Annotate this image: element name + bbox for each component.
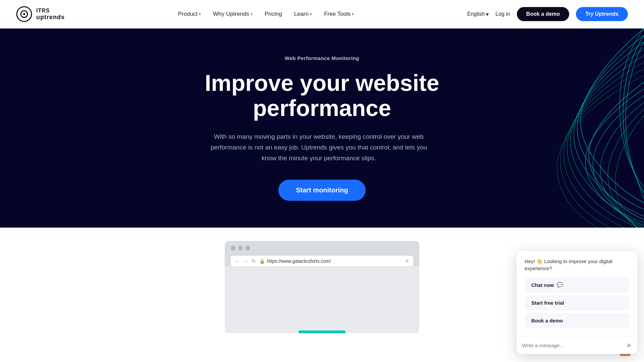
nav-product[interactable]: Product ▾ [178, 11, 201, 17]
nav-why-uptrends[interactable]: Why Uptrends ▾ [213, 11, 253, 17]
chevron-down-icon: ▾ [352, 12, 354, 16]
chat-widget: Hey! 👋 Looking to improve your digital e… [517, 251, 637, 354]
hero-label: Web Performance Monitoring [205, 55, 439, 61]
lock-icon: 🔒 [259, 258, 265, 264]
nav-right: English ▾ Log in Book a demo Try Uptrend… [467, 7, 628, 21]
navbar: ITRS uptrends Product ▾ Why Uptrends ▾ P… [0, 0, 644, 28]
logo-bottom: uptrends [36, 14, 65, 21]
chevron-down-icon: ▾ [251, 12, 253, 16]
browser-dot-1 [231, 246, 235, 250]
chat-message-input[interactable] [522, 343, 623, 348]
browser-back-icon[interactable]: ← [235, 258, 240, 264]
book-demo-chat-button[interactable]: Book a demo [525, 313, 629, 328]
hero-title: Improve your website performance [205, 70, 439, 121]
hero-description: With so many moving parts in your websit… [205, 131, 433, 164]
login-link[interactable]: Log in [495, 11, 510, 17]
browser-chrome: ← → ↻ 🔒 https://www.galacticshirts.com/ … [225, 241, 419, 266]
start-monitoring-button[interactable]: Start monitoring [278, 180, 366, 201]
book-demo-button[interactable]: Book a demo [517, 7, 569, 21]
chat-greeting: Hey! 👋 Looking to improve your digital e… [525, 258, 629, 272]
chat-header: Hey! 👋 Looking to improve your digital e… [517, 251, 637, 336]
browser-url: 🔒 https://www.galacticshirts.com/ [259, 258, 401, 264]
chevron-down-icon: ▾ [310, 12, 312, 16]
language-selector[interactable]: English ▾ [467, 11, 489, 17]
hero-waves-decoration: .wave-line { fill: none; stroke-width: 1… [470, 28, 644, 228]
chat-now-button[interactable]: Chat now 💬 [525, 277, 629, 293]
logo[interactable]: ITRS uptrends [16, 6, 65, 22]
browser-dots [231, 246, 413, 253]
browser-forward-icon[interactable]: → [243, 258, 248, 264]
svg-point-2 [23, 13, 25, 15]
url-text: https://www.galacticshirts.com/ [267, 258, 331, 264]
chat-input-row: ➤ [517, 336, 637, 354]
nav-center: Product ▾ Why Uptrends ▾ Pricing Learn ▾… [178, 11, 354, 17]
browser-dot-3 [246, 246, 250, 250]
nav-pricing[interactable]: Pricing [265, 11, 282, 17]
hero-section: .wave-line { fill: none; stroke-width: 1… [0, 28, 644, 228]
nav-learn[interactable]: Learn ▾ [294, 11, 312, 17]
browser-nav-bar: ← → ↻ 🔒 https://www.galacticshirts.com/ … [231, 256, 413, 266]
hero-content: Web Performance Monitoring Improve your … [205, 55, 439, 201]
nav-free-tools[interactable]: Free Tools ▾ [324, 11, 354, 17]
browser-mockup: ← → ↻ 🔒 https://www.galacticshirts.com/ … [225, 241, 419, 348]
chat-send-button[interactable]: ➤ [626, 341, 632, 349]
chat-icon: 💬 [557, 282, 563, 288]
chevron-down-icon: ▾ [199, 12, 201, 16]
logo-text: ITRS uptrends [36, 8, 65, 21]
browser-dot-2 [238, 246, 243, 250]
browser-refresh-icon[interactable]: ↻ [252, 258, 256, 264]
start-free-trial-button[interactable]: Start free trial [525, 295, 629, 310]
browser-body [225, 266, 419, 333]
logo-top: ITRS [36, 8, 65, 14]
logo-icon [16, 6, 32, 22]
browser-close-icon[interactable]: ✕ [405, 258, 409, 264]
try-uptrends-button[interactable]: Try Uptrends [576, 7, 628, 21]
chevron-down-icon: ▾ [486, 11, 489, 17]
performance-bar [299, 330, 345, 333]
